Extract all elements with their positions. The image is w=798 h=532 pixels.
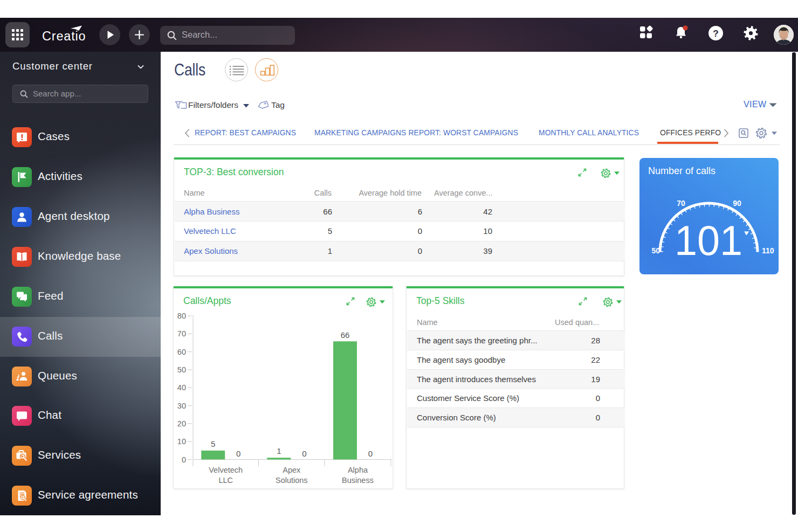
svg-text:5: 5 <box>211 439 215 448</box>
svg-text:0: 0 <box>368 449 373 458</box>
svg-text:90: 90 <box>733 199 741 208</box>
svg-text:1: 1 <box>277 446 281 455</box>
svg-text:?: ? <box>713 29 718 39</box>
svg-text:Business: Business <box>342 476 374 485</box>
svg-text:10: 10 <box>177 437 186 446</box>
svg-text:LLC: LLC <box>218 476 233 485</box>
svg-text:0: 0 <box>182 455 186 464</box>
svg-text:Apex: Apex <box>283 466 301 474</box>
svg-text:70: 70 <box>677 199 685 208</box>
svg-text:101: 101 <box>675 217 742 264</box>
svg-text:Alpha: Alpha <box>348 466 368 474</box>
svg-text:30: 30 <box>177 402 186 410</box>
svg-text:50: 50 <box>177 365 186 374</box>
svg-text:80: 80 <box>177 312 186 320</box>
svg-text:110: 110 <box>762 246 774 255</box>
svg-text:70: 70 <box>177 329 186 338</box>
svg-text:Solutions: Solutions <box>276 476 308 485</box>
svg-text:0: 0 <box>302 449 306 458</box>
svg-text:60: 60 <box>177 348 186 356</box>
svg-text:40: 40 <box>177 383 186 392</box>
svg-text:0: 0 <box>236 449 240 458</box>
svg-text:20: 20 <box>177 419 186 428</box>
svg-text:66: 66 <box>341 330 350 340</box>
svg-text:Velvetech: Velvetech <box>209 466 243 474</box>
svg-text:50: 50 <box>651 246 660 255</box>
